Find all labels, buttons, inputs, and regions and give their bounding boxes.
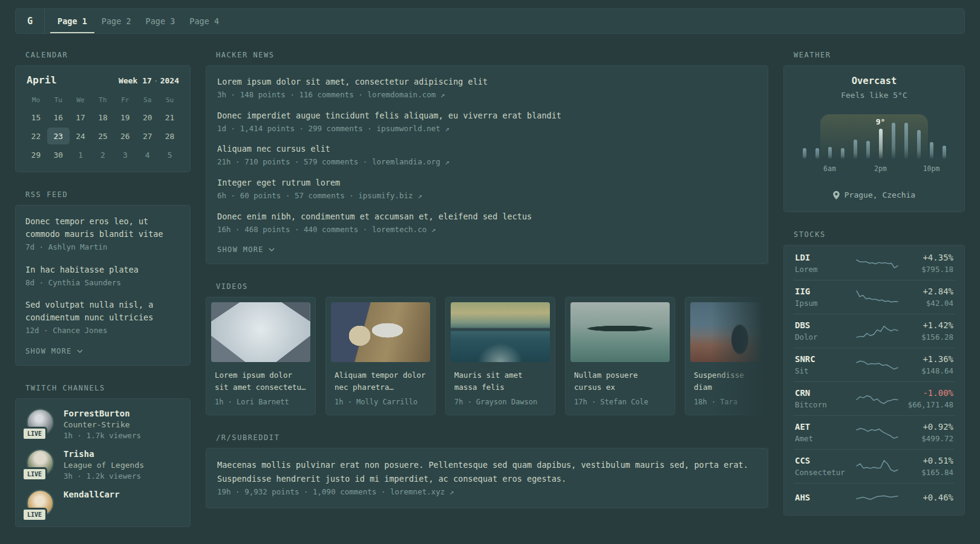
stock-row[interactable]: AET Amet +0.92% $499.72 — [794, 415, 955, 449]
hn-story-domain-link[interactable]: loremtech.co ↗ — [372, 225, 436, 234]
nav-tab[interactable]: Page 4 — [182, 9, 226, 33]
calendar-day[interactable]: 30 — [47, 146, 70, 163]
rss-item: Donec tempor eros leo, ut commodo mauris… — [25, 215, 180, 253]
video-card[interactable]: Nullam posuere cursus ex 17h · Stefan Co… — [565, 297, 675, 415]
stock-name: Ipsum — [795, 299, 851, 308]
calendar-day[interactable]: 22 — [25, 128, 47, 144]
stock-identity: CCS Consectetur — [795, 456, 851, 477]
calendar-day[interactable]: 27 — [136, 128, 158, 144]
subreddit-post-domain-link[interactable]: loremnet.xyz ↗ — [390, 487, 454, 496]
stock-identity: IIG Ipsum — [795, 287, 851, 308]
calendar-day[interactable]: 19 — [114, 109, 136, 126]
calendar-day[interactable]: 23 — [47, 128, 70, 144]
hn-story-list: Lorem ipsum dolor sit amet, consectetur … — [217, 76, 757, 235]
hn-story-domain-link[interactable]: loremdomain.com ↗ — [367, 90, 445, 99]
stock-row[interactable]: LDI Lorem +4.35% $795.18 — [794, 247, 955, 280]
calendar-day[interactable]: 2 — [92, 146, 114, 163]
rss-item-title[interactable]: In hac habitasse platea — [25, 264, 180, 276]
calendar-month: April — [27, 74, 57, 86]
calendar-day[interactable]: 26 — [114, 128, 136, 144]
nav-tab[interactable]: Page 1 — [50, 9, 94, 33]
location-pin-icon — [833, 191, 840, 199]
weekday-label: Sa — [136, 96, 158, 104]
hn-story-title[interactable]: Donec imperdiet augue tincidunt felis al… — [217, 109, 757, 122]
calendar-day[interactable]: 28 — [158, 128, 181, 144]
avatar-wrap: LIVE — [27, 409, 54, 436]
stock-ticker: CCS — [795, 456, 851, 465]
video-card[interactable]: Aliquam tempor dolor nec pharetra… 1h · … — [325, 297, 436, 415]
hn-story-stats: 3h · 148 points · 116 comments · — [217, 90, 367, 99]
rss-item-title[interactable]: Donec tempor eros leo, ut commodo mauris… — [25, 215, 180, 241]
hn-story-title[interactable]: Integer eget rutrum lorem — [217, 176, 757, 189]
video-card[interactable]: Lorem ipsum dolor sit amet consectetu… 1… — [206, 297, 316, 415]
stock-row[interactable]: SNRC Sit +1.36% $148.64 — [794, 348, 955, 381]
nav-tab[interactable]: Page 2 — [94, 9, 139, 33]
calendar-day[interactable]: 4 — [136, 146, 158, 163]
calendar-day[interactable]: 17 — [70, 109, 92, 126]
hn-story-title[interactable]: Aliquam nec cursus elit — [217, 143, 757, 155]
stock-row[interactable]: CCS Consectetur +0.51% $165.84 — [794, 449, 955, 483]
live-badge: LIVE — [22, 427, 47, 441]
middle-column: HACKER NEWS Lorem ipsum dolor sit amet, … — [206, 51, 768, 508]
avatar-wrap: LIVE — [27, 490, 54, 517]
stock-row[interactable]: CRN Bitcorn -1.00% $66,171.48 — [794, 381, 955, 415]
calendar-day[interactable]: 3 — [114, 146, 136, 163]
subreddit-post-title[interactable]: Maecenas mollis pulvinar erat non posuer… — [217, 458, 757, 485]
twitch-channel[interactable]: LIVE KendallCarr — [25, 490, 180, 517]
stock-values: +0.51% $165.84 — [904, 456, 953, 477]
hn-show-more-button[interactable]: SHOW MORE — [217, 245, 275, 254]
weather-location: Prague, Czechia — [794, 190, 955, 199]
stock-row[interactable]: DBS Dolor +1.42% $156.28 — [794, 314, 955, 348]
rss-widget: RSS FEED Donec tempor eros leo, ut commo… — [15, 190, 191, 366]
weekday-label: Fr — [114, 96, 136, 104]
weather-bar — [917, 130, 921, 159]
video-title: Aliquam tempor dolor nec pharetra… — [335, 369, 426, 393]
rss-section-title: RSS FEED — [25, 190, 191, 199]
twitch-channel[interactable]: LIVE ForrestBurton Counter-Strike 1h · 1… — [25, 409, 180, 440]
calendar-day[interactable]: 18 — [92, 109, 114, 126]
hn-story-title[interactable]: Lorem ipsum dolor sit amet, consectetur … — [217, 76, 757, 88]
chevron-down-icon — [269, 248, 275, 251]
calendar-day[interactable]: 29 — [25, 146, 47, 163]
rss-item-meta: 7d · Ashlyn Martin — [25, 242, 180, 253]
weather-bar-slot — [900, 114, 912, 159]
hn-card: Lorem ipsum dolor sit amet, consectetur … — [206, 65, 768, 264]
stock-change: +4.35% — [904, 253, 953, 262]
app-logo[interactable]: G — [16, 9, 44, 33]
weather-card: Overcast Feels like 5°C — [783, 65, 965, 212]
stock-identity: AET Amet — [795, 422, 851, 443]
weather-bar-slot — [798, 114, 811, 159]
calendar-day[interactable]: 21 — [158, 109, 181, 126]
stock-row[interactable]: IIG Ipsum +2.84% $42.04 — [794, 280, 955, 314]
stock-change: -1.00% — [904, 388, 953, 398]
video-card[interactable]: Suspendisse diam 18h · Tara — [685, 297, 768, 415]
stock-row[interactable]: AHS +0.46% — [794, 483, 955, 514]
channel-name: KendallCarr — [64, 490, 120, 499]
calendar-day[interactable]: 5 — [158, 146, 181, 163]
hn-story-domain-link[interactable]: ipsumworld.net ↗ — [376, 124, 449, 133]
calendar-day[interactable]: 20 — [136, 109, 158, 126]
calendar-day[interactable]: 24 — [70, 128, 92, 144]
rss-item-title[interactable]: Sed volutpat nulla nisl, a condimentum n… — [25, 299, 180, 324]
calendar-day-grid: 15 16 17 18 19 20 21 — [25, 109, 181, 163]
rss-show-more-button[interactable]: SHOW MORE — [25, 347, 83, 355]
avatar-wrap: LIVE — [27, 449, 54, 476]
hn-story-domain-link[interactable]: ipsumify.biz ↗ — [358, 191, 422, 200]
subreddit-card: Maecenas mollis pulvinar erat non posuer… — [206, 448, 768, 508]
weather-bars: 6am — [798, 114, 950, 159]
twitch-channel[interactable]: LIVE Trisha League of Legends 3h · 1.2k … — [25, 449, 180, 481]
stock-identity: LDI Lorem — [795, 253, 851, 274]
dashboard-page: G Page 1 Page 2 Page 3 Page 4 CALENDAR A… — [0, 0, 980, 527]
weather-bar — [930, 142, 933, 159]
calendar-day[interactable]: 15 — [25, 109, 47, 126]
nav-tab[interactable]: Page 3 — [139, 9, 183, 33]
video-card[interactable]: Mauris sit amet massa felis 7h · Grayson… — [445, 297, 555, 415]
hn-story-title[interactable]: Donec enim nibh, condimentum et accumsan… — [217, 210, 757, 223]
hn-story-domain-link[interactable]: loremlandia.org ↗ — [372, 157, 449, 166]
video-thumbnail — [570, 302, 670, 362]
calendar-day[interactable]: 16 — [47, 109, 70, 126]
weekday-label: Th — [92, 96, 114, 104]
nav-divider — [44, 9, 45, 33]
calendar-day[interactable]: 1 — [70, 146, 92, 163]
calendar-day[interactable]: 25 — [92, 128, 114, 144]
